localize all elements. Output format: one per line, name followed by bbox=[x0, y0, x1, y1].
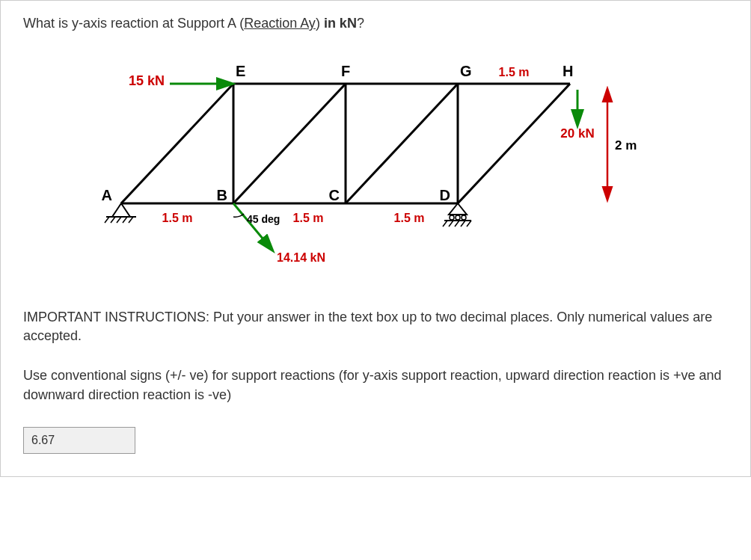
node-a-label: A bbox=[102, 187, 112, 203]
question-text: What is y-axis reaction at Support A (Re… bbox=[23, 16, 728, 31]
node-h-label: H bbox=[563, 63, 573, 79]
svg-marker-9 bbox=[112, 203, 130, 217]
svg-line-22 bbox=[449, 221, 453, 227]
svg-line-25 bbox=[467, 221, 471, 227]
svg-line-12 bbox=[111, 217, 115, 223]
force-14kn-label: 14.14 kN bbox=[277, 251, 325, 264]
question-card: What is y-axis reaction at Support A (Re… bbox=[0, 0, 751, 477]
dim-bc: 1.5 m bbox=[293, 212, 324, 224]
svg-line-13 bbox=[117, 217, 121, 223]
question-unit: in kN bbox=[320, 16, 357, 31]
truss-figure: 15 kN 45 deg 14.14 kN 20 kN 2 m A B C D … bbox=[84, 54, 667, 278]
question-emphasis: Reaction Ay bbox=[244, 16, 316, 31]
dim-ab: 1.5 m bbox=[162, 212, 193, 224]
support-a-pin-icon bbox=[105, 203, 136, 223]
svg-marker-16 bbox=[449, 203, 467, 215]
svg-line-14 bbox=[123, 217, 127, 223]
angle-label: 45 deg bbox=[247, 213, 280, 225]
question-mark: ? bbox=[357, 16, 364, 31]
node-e-label: E bbox=[236, 63, 245, 79]
svg-point-18 bbox=[456, 215, 460, 220]
svg-line-15 bbox=[129, 217, 133, 223]
svg-line-24 bbox=[461, 221, 465, 227]
force-15kn-label: 15 kN bbox=[129, 73, 165, 88]
node-d-label: D bbox=[440, 187, 450, 203]
answer-input[interactable] bbox=[23, 427, 135, 454]
svg-line-21 bbox=[443, 221, 447, 227]
dim-height-label: 2 m bbox=[615, 138, 637, 153]
svg-line-5 bbox=[121, 84, 233, 203]
svg-line-11 bbox=[105, 217, 109, 223]
node-f-label: F bbox=[341, 63, 350, 79]
support-d-roller-icon bbox=[443, 203, 471, 227]
force-14kn-arrow bbox=[233, 203, 271, 248]
svg-line-6 bbox=[233, 84, 346, 203]
question-prefix: What is y-axis reaction at Support A ( bbox=[23, 16, 244, 31]
force-20kn-label: 20 kN bbox=[560, 126, 594, 141]
svg-line-8 bbox=[458, 84, 570, 203]
svg-point-17 bbox=[450, 215, 454, 220]
dim-cd: 1.5 m bbox=[394, 212, 425, 224]
node-g-label: G bbox=[460, 63, 472, 79]
svg-line-7 bbox=[346, 84, 458, 203]
instructions-2: Use conventional signs (+/- ve) for supp… bbox=[23, 366, 728, 404]
node-b-label: B bbox=[217, 187, 227, 203]
node-c-label: C bbox=[329, 187, 340, 203]
instructions-1: IMPORTANT INSTRUCTIONS: Put your answer … bbox=[23, 308, 728, 345]
dim-gh: 1.5 m bbox=[499, 66, 530, 79]
svg-point-19 bbox=[462, 215, 466, 220]
svg-line-23 bbox=[455, 221, 459, 227]
truss-svg: 15 kN 45 deg 14.14 kN 20 kN 2 m A B C D … bbox=[84, 54, 667, 278]
